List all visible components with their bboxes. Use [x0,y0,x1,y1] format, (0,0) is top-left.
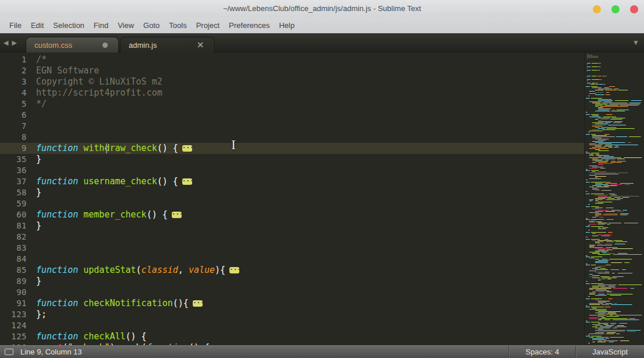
close-tab-icon[interactable]: ✕ [197,40,204,50]
tab-custom-css[interactable]: custom.css [26,37,119,52]
maximize-button[interactable] [611,5,620,13]
code-line[interactable]: 85function updateStat(classid, value){··… [0,265,584,276]
code-line[interactable]: 60function member_check() {··· [0,209,584,220]
code-line[interactable]: 89} [0,276,584,287]
code-text: function username_check() {··· [27,176,192,187]
line-number: 91 [0,298,27,309]
code-text [27,231,36,243]
code-line[interactable]: 3Copyright © LiNuXiToS m2 [0,76,584,87]
line-number: 85 [0,265,27,276]
title-bar[interactable]: ~/www/LebensClub/office_admin/js/admin.j… [0,0,644,17]
line-number: 2 [0,65,27,76]
code-text: */ [27,99,47,110]
code-text [27,320,36,331]
code-line[interactable]: 123}; [0,309,584,320]
code-line[interactable]: 8 [0,132,584,143]
code-line[interactable]: 1/* [0,54,584,65]
code-line[interactable]: 124 [0,320,584,331]
fold-indicator-icon[interactable]: ··· [182,178,192,185]
line-number: 1 [0,54,27,65]
fold-indicator-icon[interactable]: ··· [172,212,182,218]
code-text: Copyright © LiNuXiToS m2 [27,76,162,87]
code-text: } [27,276,41,287]
code-line[interactable]: 4http://script4profit.com [0,87,584,99]
line-number: 37 [0,176,27,187]
line-number: 123 [0,309,27,320]
code-text: function checkAll() { [27,331,147,342]
code-line[interactable]: 36 [0,165,584,176]
cursor-position: Line 9, Column 13 [20,348,508,356]
menu-selection[interactable]: Selection [48,17,89,33]
code-text [27,254,36,265]
code-text: EGN Software [27,65,99,76]
line-number: 58 [0,187,27,198]
menu-preferences[interactable]: Preferences [224,17,274,33]
indent-setting[interactable]: Spaces: 4 [508,346,575,358]
code-line[interactable]: 84 [0,254,584,265]
line-number: 84 [0,254,27,265]
line-number: 125 [0,331,27,342]
code-line[interactable]: 7 [0,121,584,132]
tab-label: admin.js [121,41,157,50]
code-text: function updateStat(classid, value){··· [27,265,239,276]
code-text: } [27,154,41,165]
menu-project[interactable]: Project [192,17,224,33]
code-line[interactable]: 125function checkAll() { [0,331,584,342]
line-number: 35 [0,154,27,165]
close-window-button[interactable] [630,5,638,13]
sublime-text-window: ~/www/LebensClub/office_admin/js/admin.j… [0,0,644,358]
code-text: } [27,187,41,198]
code-text: http://script4profit.com [27,87,162,99]
line-number: 89 [0,276,27,287]
line-number: 36 [0,165,27,176]
code-line[interactable]: 83 [0,243,584,254]
code-line[interactable]: 59 [0,198,584,209]
code-line[interactable]: 90 [0,287,584,298]
panel-toggle-icon[interactable] [5,349,13,355]
tab-overflow-icon[interactable]: ▼ [632,38,639,47]
code-line[interactable]: 9function withdraw_check() {··· [0,143,584,154]
line-number: 7 [0,121,27,132]
code-line[interactable]: 81} [0,220,584,231]
prev-tab-icon[interactable]: ◀ [3,39,12,46]
menu-goto[interactable]: Goto [139,17,164,33]
line-number: 6 [0,110,27,121]
code-text [27,110,36,121]
menu-tools[interactable]: Tools [164,17,191,33]
code-line[interactable]: 5*/ [0,99,584,110]
line-number: 124 [0,320,27,331]
syntax-setting[interactable]: JavaScript [575,346,644,358]
code-line[interactable]: 6 [0,110,584,121]
code-text: function checkNotification(){··· [27,298,203,309]
code-line[interactable]: 58} [0,187,584,198]
fold-indicator-icon[interactable]: ··· [182,145,192,152]
fold-indicator-icon[interactable]: ··· [193,300,203,307]
code-line[interactable]: 35} [0,154,584,165]
code-editor[interactable]: 1/*2EGN Software3Copyright © LiNuXiToS m… [0,52,584,345]
line-number: 4 [0,87,27,99]
window-title: ~/www/LebensClub/office_admin/js/admin.j… [0,0,644,17]
minimap[interactable] [584,52,644,345]
line-number: 60 [0,209,27,220]
menu-find[interactable]: Find [89,17,113,33]
menu-help[interactable]: Help [274,17,299,33]
menu-file[interactable]: File [5,17,26,33]
minimize-button[interactable] [593,5,601,13]
line-number: 9 [0,143,27,154]
menu-view[interactable]: View [113,17,139,33]
menu-edit[interactable]: Edit [26,17,48,33]
code-line[interactable]: 91function checkNotification(){··· [0,298,584,309]
code-line[interactable]: 2EGN Software [0,65,584,76]
line-number: 90 [0,287,27,298]
code-line[interactable]: 82 [0,231,584,243]
line-number: 83 [0,243,27,254]
fold-indicator-icon[interactable]: ··· [229,267,239,273]
modified-dot-icon [102,43,108,48]
code-line[interactable]: 37function username_check() {··· [0,176,584,187]
code-text [27,243,36,254]
tab-admin-js[interactable]: admin.js ✕ [120,37,215,52]
code-text [27,198,36,209]
line-number: 59 [0,198,27,209]
next-tab-icon[interactable]: ▶ [12,39,20,46]
status-bar: Line 9, Column 13 Spaces: 4 JavaScript [0,345,644,358]
